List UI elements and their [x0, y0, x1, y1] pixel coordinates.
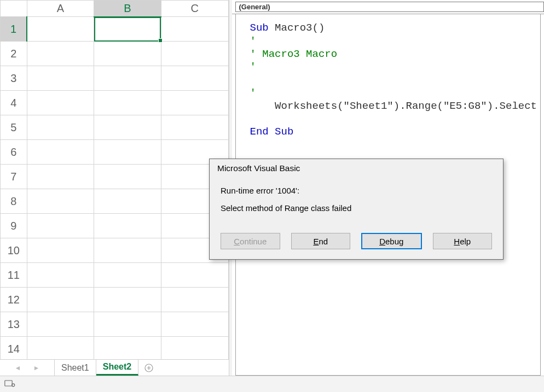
col-header-B[interactable]: B: [94, 1, 161, 17]
end-button[interactable]: End: [291, 233, 351, 249]
cell-B11[interactable]: [94, 263, 161, 288]
cell-C12[interactable]: [161, 288, 228, 312]
cell-A2[interactable]: [27, 42, 94, 66]
code-body-line: Worksheets("Sheet1").Range("E5:G8").Sele…: [250, 100, 537, 112]
help-button[interactable]: Help: [433, 233, 493, 249]
cell-C1[interactable]: [161, 17, 228, 42]
row-header-11[interactable]: 11: [1, 263, 27, 288]
macro-record-icon[interactable]: [4, 379, 15, 389]
cell-A3[interactable]: [27, 66, 94, 91]
col-header-C[interactable]: C: [161, 1, 228, 17]
dialog-error-message: Select method of Range class failed: [221, 200, 492, 217]
cell-C13[interactable]: [161, 312, 228, 337]
dialog-title: Microsoft Visual Basic: [210, 159, 503, 179]
row-header-12[interactable]: 12: [1, 288, 27, 312]
cell-C3[interactable]: [161, 66, 228, 91]
row-header-7[interactable]: 7: [1, 165, 27, 189]
cell-A1[interactable]: [27, 17, 94, 42]
row-header-4[interactable]: 4: [1, 91, 27, 115]
code-comment-1: ': [250, 35, 256, 47]
cell-A7[interactable]: [27, 165, 94, 189]
code-comment-2: ' Macro3 Macro: [250, 48, 338, 60]
select-all-corner[interactable]: [1, 1, 27, 17]
row-header-9[interactable]: 9: [1, 214, 27, 238]
tab-scroll-right-icon: ►: [33, 364, 40, 372]
row-header-1[interactable]: 1: [1, 17, 27, 42]
tab-scroll-left-icon: ◄: [15, 364, 21, 372]
vbe-object-dropdown[interactable]: (General): [235, 2, 545, 12]
row-header-3[interactable]: 3: [1, 66, 27, 91]
cell-C2[interactable]: [161, 42, 228, 66]
vbe-toolbar: (General): [232, 0, 545, 14]
status-bar: [0, 376, 544, 392]
cell-B13[interactable]: [94, 312, 161, 337]
cell-B8[interactable]: [94, 189, 161, 214]
vbe-object-dropdown-label: (General): [239, 3, 270, 11]
error-dialog: Microsoft Visual Basic Run-time error '1…: [209, 159, 504, 260]
cell-B5[interactable]: [94, 115, 161, 140]
cell-C14[interactable]: [161, 337, 228, 360]
plus-circle-icon: [144, 364, 153, 372]
cell-B4[interactable]: [94, 91, 161, 115]
cell-A9[interactable]: [27, 214, 94, 238]
cell-A5[interactable]: [27, 115, 94, 140]
dialog-error-code: Run-time error '1004':: [221, 182, 492, 200]
row-header-14[interactable]: 14: [1, 337, 27, 360]
row-header-10[interactable]: 10: [1, 238, 27, 263]
code-comment-3: ': [250, 61, 256, 73]
cell-B2[interactable]: [94, 42, 161, 66]
cell-A6[interactable]: [27, 140, 94, 165]
cell-B12[interactable]: [94, 288, 161, 312]
cell-C11[interactable]: [161, 263, 228, 288]
row-header-5[interactable]: 5: [1, 115, 27, 140]
row-header-13[interactable]: 13: [1, 312, 27, 337]
cell-C4[interactable]: [161, 91, 228, 115]
sheet-tab-sheet1[interactable]: Sheet1: [55, 360, 96, 376]
row-header-2[interactable]: 2: [1, 42, 27, 66]
new-sheet-button[interactable]: [138, 360, 159, 376]
sheet-tab-sheet2[interactable]: Sheet2: [96, 360, 138, 376]
code-kw-sub: Sub: [250, 22, 275, 34]
col-header-A[interactable]: A: [27, 1, 94, 17]
cell-A8[interactable]: [27, 189, 94, 214]
worksheet-pane: A B C 1 2 3 4 5 6 7 8 9: [0, 0, 229, 376]
worksheet-grid[interactable]: A B C 1 2 3 4 5 6 7 8 9: [0, 0, 229, 359]
row-header-8[interactable]: 8: [1, 189, 27, 214]
cell-A13[interactable]: [27, 312, 94, 337]
cell-A11[interactable]: [27, 263, 94, 288]
code-sub-name: Macro3(): [275, 22, 325, 34]
grid-table: A B C 1 2 3 4 5 6 7 8 9: [0, 0, 229, 359]
cell-B9[interactable]: [94, 214, 161, 238]
cell-B1[interactable]: [94, 17, 161, 42]
code-comment-4: ': [250, 87, 256, 99]
cell-B3[interactable]: [94, 66, 161, 91]
sheet-tab-bar: ◄ ► Sheet1 Sheet2: [0, 359, 229, 376]
svg-rect-1: [5, 381, 12, 386]
dialog-button-row: Continue End Debug Help: [210, 229, 503, 259]
continue-button: Continue: [221, 233, 280, 249]
cell-A10[interactable]: [27, 238, 94, 263]
cell-A12[interactable]: [27, 288, 94, 312]
cell-A14[interactable]: [27, 337, 94, 360]
dialog-body: Run-time error '1004': Select method of …: [210, 179, 503, 229]
cell-B6[interactable]: [94, 140, 161, 165]
cell-B10[interactable]: [94, 238, 161, 263]
cell-A4[interactable]: [27, 91, 94, 115]
tab-scroll-arrows[interactable]: ◄ ►: [0, 360, 55, 376]
code-kw-endsub: End Sub: [250, 126, 294, 138]
debug-button[interactable]: Debug: [361, 233, 422, 249]
cell-B7[interactable]: [94, 165, 161, 189]
cell-C5[interactable]: [161, 115, 228, 140]
row-header-6[interactable]: 6: [1, 140, 27, 165]
cell-B14[interactable]: [94, 337, 161, 360]
